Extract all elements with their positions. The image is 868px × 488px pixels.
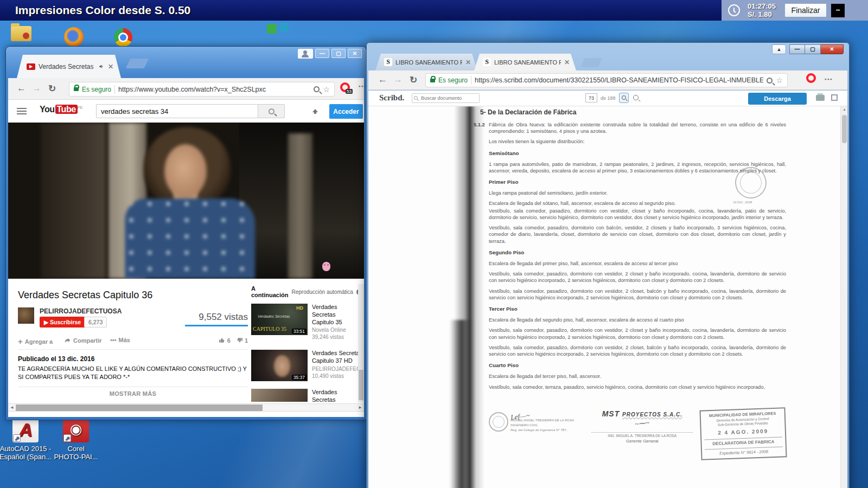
scroll-up-arrow[interactable]: ▲	[843, 107, 846, 111]
doc-paragraph: Escalera de llegada del tercer piso, hal…	[489, 373, 786, 380]
video-player[interactable]	[8, 123, 364, 279]
zoom-out-button[interactable]	[633, 95, 639, 100]
lock-icon	[74, 87, 79, 91]
zoom-in-button[interactable]	[619, 93, 629, 103]
hamburger-menu-icon[interactable]	[17, 108, 27, 114]
pink-sticker	[322, 262, 330, 271]
vertical-scrollbar[interactable]: ▲ ▼	[840, 106, 847, 488]
zoom-icon[interactable]	[767, 78, 773, 84]
suggested-video[interactable]: HD Verdades Secretas CAPITULO 35 33:51 V…	[251, 304, 356, 340]
dislike-button[interactable]: 1	[236, 337, 248, 344]
forward-button[interactable]: →	[32, 83, 41, 94]
vertical-scrollbar[interactable]	[358, 284, 364, 402]
municipal-stamp: MUNICIPALIDAD DE MIRAFLORES Gerencia de …	[700, 407, 787, 460]
horizontal-scrollbar[interactable]: ◄ ►	[8, 403, 364, 412]
bookmark-star-icon[interactable]: ☆	[776, 76, 783, 85]
new-tab-button[interactable]	[126, 59, 149, 68]
tab-close-icon[interactable]: ✕	[564, 59, 570, 66]
doc-paragraph: Escalera de llegada del segundo piso, ha…	[489, 317, 786, 323]
suggested-title: Verdades Secretas	[312, 389, 356, 402]
bookmark-star-icon[interactable]: ☆	[323, 85, 330, 94]
browser-tab-scribd-2[interactable]: S LIBRO SANEAMIENTO FI ✕	[474, 54, 576, 70]
close-button[interactable]: ✕	[821, 44, 844, 54]
security-label: Es seguro	[438, 76, 468, 84]
browser-menu-icon[interactable]: ⋮	[826, 75, 831, 84]
publish-date: Publicado el 13 dic. 2016	[18, 355, 248, 363]
duration-badge: 33:51	[292, 329, 307, 334]
video-thumbnail	[251, 389, 308, 402]
more-button[interactable]: •••Más	[110, 337, 130, 343]
page-number-input[interactable]	[585, 93, 597, 102]
doc-paragraph: Vestíbulo, sala comedor, pasadizo, dormi…	[489, 208, 786, 221]
desktop-small-icon[interactable]	[267, 24, 277, 34]
subscribe-button[interactable]: ▶ Suscribirse	[40, 317, 85, 328]
close-button[interactable]: ✕	[348, 49, 362, 58]
url-text: https://es.scribd.com/document/330221550…	[475, 76, 763, 84]
back-button[interactable]: ←	[17, 83, 26, 94]
document-viewport: 19 DIC. 2008 5- De la Declaración de Fáb…	[368, 106, 847, 488]
youtube-logo[interactable]: YouTubePE	[40, 105, 82, 114]
fullscreen-icon[interactable]	[831, 94, 838, 101]
minimize-button[interactable]: —	[315, 49, 329, 58]
share-button[interactable]: Compartir	[64, 337, 102, 344]
lock-icon	[430, 79, 435, 82]
panel-up-button[interactable]: ▲	[772, 44, 786, 54]
opera-extension-icon[interactable]: 53	[340, 82, 350, 92]
scrollbar-thumb[interactable]	[842, 115, 847, 143]
scroll-right-arrow[interactable]: ►	[358, 405, 362, 410]
suggested-views: 10,490 vistas	[312, 373, 364, 379]
upload-icon[interactable]	[311, 106, 320, 114]
desktop-small-icon[interactable]	[280, 23, 289, 31]
back-button[interactable]: ←	[378, 74, 387, 85]
browser-tab-youtube[interactable]: ▶ Verdades Secretas Ca ✕	[17, 55, 121, 78]
browser-tab-scribd-1[interactable]: S LIBRO SANEAMIENTO FI ✕	[375, 54, 477, 70]
youtube-header: YouTubePE Acceder	[8, 100, 364, 123]
address-bar[interactable]: Es seguro https://es.scribd.com/document…	[425, 73, 788, 87]
channel-avatar[interactable]	[18, 307, 34, 324]
tab-close-icon[interactable]: ✕	[465, 59, 471, 66]
thumbs-up-icon	[219, 337, 226, 344]
scribd-logo[interactable]: Scribd.	[379, 93, 404, 102]
search-button[interactable]	[258, 104, 285, 118]
channel-name[interactable]: PELIRROJADEFECTUOSA	[40, 307, 122, 315]
browser-menu-icon[interactable]: ⋮	[360, 82, 365, 91]
forward-button[interactable]: →	[393, 74, 403, 85]
suggested-video[interactable]: Verdades Secretas	[251, 389, 356, 402]
add-to-button[interactable]: +Agregar a	[18, 337, 53, 346]
firefox-icon[interactable]	[64, 27, 84, 47]
kiosk-top-bar: Impresiones Color desde S. 0.50 01:27:05…	[0, 0, 868, 21]
print-icon[interactable]	[816, 95, 825, 101]
maximize-button[interactable]: ▢	[331, 49, 346, 58]
download-button[interactable]: Descarga	[748, 93, 807, 105]
shortcut-corel[interactable]: ◉ ➚ Corel PHOTO-PAI...	[46, 416, 106, 461]
video-description: Publicado el 13 dic. 2016 TE AGRADECERÍA…	[18, 355, 248, 397]
signin-button[interactable]: Acceder	[329, 104, 363, 119]
player-art-layer	[125, 198, 255, 279]
tab-title: Verdades Secretas Ca	[39, 63, 95, 70]
chrome-icon[interactable]	[114, 28, 132, 47]
search-input[interactable]	[96, 104, 258, 118]
document-search-input[interactable]	[412, 93, 480, 103]
scribd-toolbar: Scribd. de 188 Descarga	[368, 91, 847, 106]
address-bar[interactable]: Es seguro https://www.youtube.com/watch?…	[69, 82, 335, 97]
maximize-button[interactable]: ▢	[805, 44, 821, 54]
finalize-button[interactable]: Finalizar	[784, 3, 827, 17]
tab-close-icon[interactable]: ✕	[108, 63, 113, 70]
video-thumbnail: 35:37	[251, 350, 308, 381]
zoom-icon[interactable]	[314, 86, 320, 92]
new-tab-button[interactable]	[580, 58, 602, 67]
opera-extension-icon[interactable]	[806, 73, 816, 83]
scrollbar-thumb[interactable]	[16, 404, 263, 411]
show-more-button[interactable]: MOSTRAR MÁS	[18, 387, 248, 397]
page-total-label: de 188	[601, 95, 616, 101]
left-browser-window: — ▢ ✕ ▶ Verdades Secretas Ca ✕ ← → ↻ Es …	[5, 46, 367, 420]
minimize-button[interactable]: —	[789, 44, 805, 54]
kiosk-minimize-button[interactable]: –	[831, 4, 845, 17]
reload-button[interactable]: ↻	[48, 83, 56, 94]
scroll-left-arrow[interactable]: ◄	[10, 405, 14, 410]
reload-button[interactable]: ↻	[410, 74, 417, 86]
folder-icon[interactable]	[11, 26, 31, 41]
like-button[interactable]: 6	[219, 337, 231, 344]
suggested-video[interactable]: 35:37 Verdades Secretas Capitulo 37 HD P…	[251, 350, 356, 381]
profile-button[interactable]	[298, 49, 313, 59]
